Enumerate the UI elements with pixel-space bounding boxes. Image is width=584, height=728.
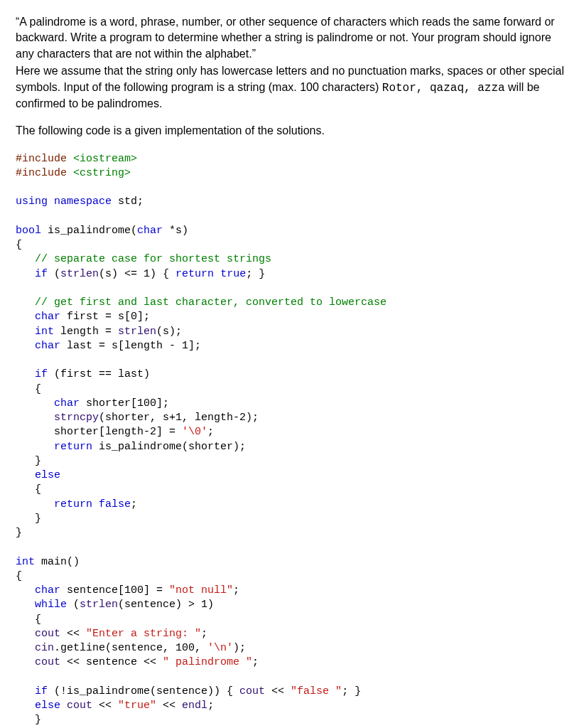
assumption-paragraph: Here we assume that the string only has … [16, 63, 568, 112]
problem-statement: “A palindrome is a word, phrase, number,… [16, 14, 568, 139]
include-header: <iostream> [73, 153, 137, 165]
comment: // separate case for shortest strings [16, 253, 271, 265]
preprocessor: #include [16, 153, 73, 165]
code-block: #include <iostream> #include <cstring> u… [16, 152, 568, 728]
example-words: Rotor, qazaq, azza [382, 82, 505, 95]
lead-in-paragraph: The following code is a given implementa… [16, 123, 568, 139]
quote-paragraph: “A palindrome is a word, phrase, number,… [16, 14, 568, 62]
